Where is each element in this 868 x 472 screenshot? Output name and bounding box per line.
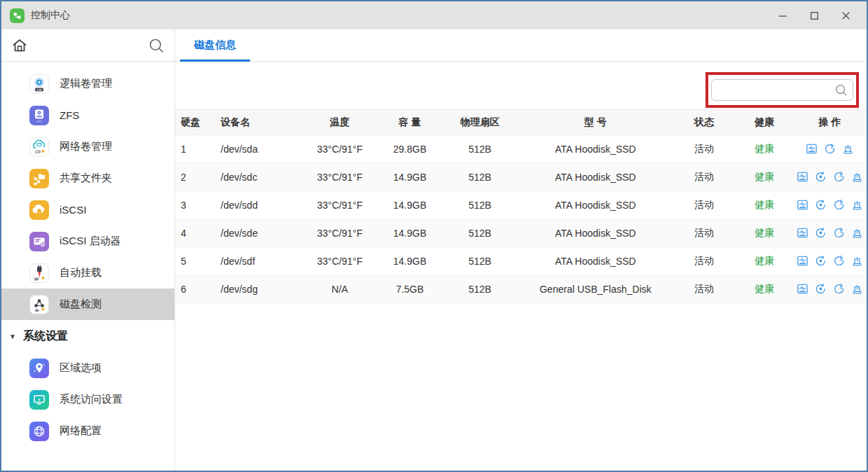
standby-icon[interactable] xyxy=(815,255,827,267)
sidebar-item-label: 网络卷管理 xyxy=(60,140,112,153)
sidebar-item-label: 逻辑卷管理 xyxy=(60,77,112,90)
locate-icon[interactable] xyxy=(851,255,863,267)
sidebar-section-system-settings[interactable]: ▼ 系统设置 xyxy=(1,320,174,352)
table-search xyxy=(711,79,853,101)
sleep-icon[interactable]: Z xyxy=(833,255,845,267)
tab-label: 磁盘信息 xyxy=(194,39,236,52)
sidebar-item[interactable]: 网络配置 xyxy=(1,415,174,447)
disk-table-header: 硬盘设备名温度容 量物理扇区型 号状态健康操 作 xyxy=(175,109,867,135)
maximize-button[interactable] xyxy=(809,11,820,21)
smart-info-icon[interactable] xyxy=(806,143,818,155)
sidebar-item[interactable]: iSCSI 启动器 xyxy=(1,225,174,257)
cell-temperature: 33°C/91°F xyxy=(301,144,378,155)
sidebar-item-label: 自动挂载 xyxy=(60,266,102,279)
home-icon[interactable] xyxy=(11,36,29,55)
minimize-button[interactable] xyxy=(778,11,788,21)
svg-text:ZFS: ZFS xyxy=(36,120,42,123)
disk-table-body: 1/dev/sda33°C/91°F29.8GB512BATA Hoodisk_… xyxy=(175,135,867,303)
sleep-icon[interactable]: Z xyxy=(824,143,836,155)
cell-device: /dev/sde xyxy=(217,228,301,239)
column-header: 型 号 xyxy=(518,116,673,129)
title-bar: 控制中心 xyxy=(1,1,867,29)
search-icon[interactable] xyxy=(834,83,848,97)
network-config-icon xyxy=(29,422,49,441)
search-input[interactable] xyxy=(711,79,853,101)
cell-status: 活动 xyxy=(673,199,736,211)
svg-text:Z: Z xyxy=(840,228,843,234)
locate-icon[interactable] xyxy=(842,143,854,155)
table-row: 2/dev/sdc33°C/91°F14.9GB512BATA Hoodisk_… xyxy=(175,163,867,191)
sidebar-menu: LVM逻辑卷管理ZFSZFS网络卷管理共享文件夹iSCSIiSCSI 启动器自动… xyxy=(1,68,174,320)
sidebar: LVM逻辑卷管理ZFSZFS网络卷管理共享文件夹iSCSIiSCSI 启动器自动… xyxy=(1,62,175,471)
smart-info-icon[interactable] xyxy=(797,255,808,267)
cell-device: /dev/sdf xyxy=(217,256,301,267)
sleep-icon[interactable]: Z xyxy=(833,199,845,211)
standby-icon[interactable] xyxy=(815,199,827,211)
sleep-icon[interactable]: Z xyxy=(833,227,845,239)
cell-status: 活动 xyxy=(673,283,736,296)
sidebar-item[interactable]: 系统访问设置 xyxy=(1,384,174,415)
cell-model: General USB_Flash_Disk xyxy=(518,284,673,295)
cell-capacity: 14.9GB xyxy=(378,200,441,211)
locate-icon[interactable] xyxy=(851,283,863,295)
sidebar-section-menu: 区域选项系统访问设置网络配置 xyxy=(1,352,174,447)
cell-capacity: 14.9GB xyxy=(378,228,441,239)
sleep-icon[interactable]: Z xyxy=(833,171,845,183)
table-row: 5/dev/sdf33°C/91°F14.9GB512BATA Hoodisk_… xyxy=(175,247,867,275)
sidebar-item[interactable]: 网络卷管理 xyxy=(1,131,174,162)
sidebar-item-label: 系统访问设置 xyxy=(60,393,123,406)
cell-actions: Z xyxy=(793,171,867,183)
cell-status: 活动 xyxy=(673,143,736,155)
sidebar-item[interactable]: 自动挂载 xyxy=(1,257,174,289)
locate-icon[interactable] xyxy=(851,171,863,183)
standby-icon[interactable] xyxy=(815,227,827,239)
sidebar-item[interactable]: LVM逻辑卷管理 xyxy=(1,68,174,99)
cell-temperature: 33°C/91°F xyxy=(301,228,378,239)
cell-capacity: 29.8GB xyxy=(378,144,441,155)
sidebar-search-icon[interactable] xyxy=(147,36,165,55)
smart-info-icon[interactable] xyxy=(797,171,808,183)
cell-model: ATA Hoodisk_SSD xyxy=(518,200,673,211)
sidebar-item[interactable]: 磁盘检测 xyxy=(1,289,174,320)
cell-model: ATA Hoodisk_SSD xyxy=(518,228,673,239)
window-title: 控制中心 xyxy=(31,9,70,22)
cell-status: 活动 xyxy=(673,227,736,240)
cell-actions: Z xyxy=(793,227,867,239)
column-header: 容 量 xyxy=(378,116,441,129)
cell-model: ATA Hoodisk_SSD xyxy=(518,256,673,267)
sleep-icon[interactable]: Z xyxy=(833,283,845,295)
cell-device: /dev/sda xyxy=(217,144,301,155)
smart-info-icon[interactable] xyxy=(797,199,808,211)
cell-status: 活动 xyxy=(673,255,736,268)
cell-capacity: 7.5GB xyxy=(378,284,441,295)
sidebar-item[interactable]: iSCSI xyxy=(1,194,174,225)
cell-index: 2 xyxy=(175,172,217,183)
automount-icon xyxy=(29,263,49,283)
cell-temperature: 33°C/91°F xyxy=(301,172,378,183)
cell-actions: Z xyxy=(793,143,867,155)
cell-status: 活动 xyxy=(673,171,736,183)
sidebar-item[interactable]: 区域选项 xyxy=(1,352,174,384)
cell-index: 3 xyxy=(175,200,217,211)
close-button[interactable] xyxy=(841,11,851,21)
standby-icon[interactable] xyxy=(815,283,827,295)
smart-info-icon[interactable] xyxy=(797,283,808,295)
locate-icon[interactable] xyxy=(851,199,863,211)
table-row: 3/dev/sdd33°C/91°F14.9GB512BATA Hoodisk_… xyxy=(175,191,867,219)
chevron-down-icon[interactable]: ▼ xyxy=(9,333,16,340)
tab-disk-info[interactable]: 磁盘信息 xyxy=(180,29,250,61)
svg-text:Z: Z xyxy=(831,144,834,150)
standby-icon[interactable] xyxy=(815,171,827,183)
sidebar-item[interactable]: 共享文件夹 xyxy=(1,162,174,194)
sidebar-item[interactable]: ZFSZFS xyxy=(1,99,174,131)
svg-text:Z: Z xyxy=(840,284,843,290)
tab-strip: 磁盘信息 xyxy=(175,29,867,61)
sidebar-item-label: 磁盘检测 xyxy=(60,298,102,311)
locate-icon[interactable] xyxy=(851,227,863,239)
cell-device: /dev/sdg xyxy=(217,284,301,295)
cell-device: /dev/sdd xyxy=(217,200,301,211)
svg-text:Z: Z xyxy=(840,200,843,206)
smart-info-icon[interactable] xyxy=(797,227,808,239)
table-row: 1/dev/sda33°C/91°F29.8GB512BATA Hoodisk_… xyxy=(175,135,867,163)
sidebar-item-label: iSCSI 启动器 xyxy=(60,235,121,248)
